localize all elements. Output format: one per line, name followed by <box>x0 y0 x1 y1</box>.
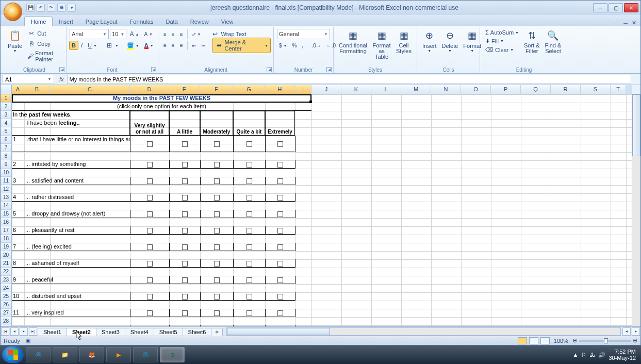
checkbox-q10-c2[interactable] <box>169 292 200 301</box>
checkbox-q12-c2[interactable] <box>169 325 200 326</box>
zoom-slider[interactable] <box>579 340 631 342</box>
increase-decimal-button[interactable]: .0→ <box>309 42 323 49</box>
ribbon-tab-formulas[interactable]: Formulas <box>124 17 160 26</box>
checkbox-q4-c3[interactable] <box>200 193 233 202</box>
help-icon[interactable]: ❔ <box>612 20 619 26</box>
checkbox-q9-c2[interactable] <box>169 276 200 284</box>
checkbox-q5-c4[interactable] <box>233 210 265 218</box>
checkbox-q6-c4[interactable] <box>233 226 265 235</box>
font-expand-icon[interactable]: ◢ <box>151 67 156 72</box>
taskbar-media[interactable]: ▶ <box>106 347 131 362</box>
checkbox-q9-c5[interactable] <box>265 276 295 284</box>
qat-save-icon[interactable]: 💾 <box>26 4 35 12</box>
checkbox-q3-c2[interactable] <box>169 177 200 185</box>
col-header-R[interactable]: R <box>551 85 581 94</box>
row-header-27[interactable]: 27 <box>1 309 12 317</box>
row-header-6[interactable]: 6 <box>1 136 12 144</box>
row-header-14[interactable]: 14 <box>1 202 12 210</box>
taskbar-firefox[interactable]: 🦊 <box>79 347 104 362</box>
align-bottom-button[interactable]: ≡ <box>178 30 185 38</box>
sheet-tab-sheet1[interactable]: Sheet1 <box>38 328 67 336</box>
checkbox-q7-c4[interactable] <box>233 243 265 251</box>
col-header-P[interactable]: P <box>491 85 521 94</box>
name-box[interactable]: A1▼ <box>3 75 54 84</box>
col-header-O[interactable]: O <box>461 85 491 94</box>
sheet-nav-last[interactable]: ▸| <box>29 327 37 336</box>
orientation-button[interactable]: ⤢▼ <box>190 30 203 38</box>
checkbox-q8-c2[interactable] <box>169 259 200 268</box>
taskbar-explorer[interactable]: 📁 <box>53 347 77 362</box>
checkbox-q11-c4[interactable] <box>233 309 265 317</box>
ribbon-tab-page-layout[interactable]: Page Layout <box>79 17 124 26</box>
sheet-nav-next[interactable]: ▸ <box>20 327 28 336</box>
row-header-28[interactable]: 28 <box>1 317 12 325</box>
row-header-21[interactable]: 21 <box>1 259 12 268</box>
cell-styles-button[interactable]: ▦Cell Styles <box>394 28 414 55</box>
row-header-5[interactable]: 5 <box>1 127 12 136</box>
checkbox-q1-c1[interactable] <box>130 136 169 152</box>
checkbox-q3-c5[interactable] <box>265 177 295 185</box>
checkbox-q7-c5[interactable] <box>265 243 295 251</box>
delete-cells-button[interactable]: ⊖Delete▼ <box>440 28 461 54</box>
sheet-nav-first[interactable]: |◂ <box>1 327 9 336</box>
find-select-button[interactable]: 🔍Find & Select <box>543 28 564 55</box>
row-header-4[interactable]: 4 <box>1 119 12 127</box>
decrease-indent-button[interactable]: ⇤ <box>190 42 198 49</box>
sheet-nav-prev[interactable]: ◂ <box>10 327 19 336</box>
checkbox-q7-c3[interactable] <box>200 243 233 251</box>
page-layout-view-button[interactable] <box>529 337 538 344</box>
zoom-in-button[interactable]: ⊕ <box>633 337 637 344</box>
qat-undo-icon[interactable]: ↶ <box>37 4 45 12</box>
minimize-ribbon-icon[interactable]: ─ <box>623 20 628 26</box>
ribbon-tab-view[interactable]: View <box>215 17 240 26</box>
paste-button[interactable]: 📋 Paste▼ <box>6 28 24 54</box>
italic-button[interactable]: I <box>79 41 85 49</box>
font-name-combo[interactable]: Arial▼ <box>70 29 109 39</box>
col-header-I[interactable]: I <box>295 85 311 94</box>
row-header-10[interactable]: 10 <box>1 169 12 177</box>
checkbox-q12-c3[interactable] <box>200 325 233 326</box>
checkbox-q6-c5[interactable] <box>265 226 295 235</box>
checkbox-q1-c5[interactable] <box>265 136 295 152</box>
row-header-15[interactable]: 15 <box>1 210 12 218</box>
checkbox-q2-c4[interactable] <box>233 160 265 169</box>
row-header-7[interactable]: 7 <box>1 144 12 152</box>
checkbox-q3-c1[interactable] <box>130 177 169 185</box>
checkbox-q6-c2[interactable] <box>169 226 200 235</box>
checkbox-q3-c3[interactable] <box>200 177 233 185</box>
checkbox-q2-c2[interactable] <box>169 160 200 169</box>
wrap-text-button[interactable]: ↩Wrap Text <box>209 29 248 39</box>
format-as-table-button[interactable]: ▦Format as Table <box>370 28 393 61</box>
checkbox-q9-c4[interactable] <box>233 276 265 284</box>
row-header-2[interactable]: 2 <box>1 103 12 111</box>
checkbox-q10-c1[interactable] <box>130 292 169 301</box>
tray-volume-icon[interactable]: 🔊 <box>598 352 605 358</box>
align-left-button[interactable]: ≡ <box>161 42 169 49</box>
checkbox-q5-c3[interactable] <box>200 210 233 218</box>
col-header-L[interactable]: L <box>371 85 401 94</box>
shrink-font-button[interactable]: A▼ <box>142 30 155 38</box>
autosum-button[interactable]: ΣAutoSum▼ <box>483 28 521 37</box>
col-header-B[interactable]: B <box>24 85 50 94</box>
col-header-M[interactable]: M <box>401 85 431 94</box>
hscroll-left[interactable]: ◂ <box>622 327 631 336</box>
checkbox-q2-c5[interactable] <box>265 160 295 169</box>
checkbox-q1-c3[interactable] <box>200 136 233 152</box>
ribbon-tab-home[interactable]: Home <box>24 16 53 26</box>
checkbox-q5-c1[interactable] <box>130 210 169 218</box>
macro-record-icon[interactable]: ▣ <box>25 337 30 344</box>
checkbox-q11-c3[interactable] <box>200 309 233 317</box>
tray-network-icon[interactable]: 🖧 <box>589 352 595 358</box>
checkbox-q12-c4[interactable] <box>233 325 265 326</box>
row-header-1[interactable]: 1 <box>1 94 12 103</box>
checkbox-q5-c2[interactable] <box>169 210 200 218</box>
sheet-tab-sheet5[interactable]: Sheet5 <box>154 328 183 336</box>
align-center-button[interactable]: ≡ <box>170 42 177 49</box>
office-button[interactable] <box>4 3 22 21</box>
checkbox-q8-c3[interactable] <box>200 259 233 268</box>
checkbox-q5-c5[interactable] <box>265 210 295 218</box>
qat-more-icon[interactable]: ▾ <box>68 4 76 12</box>
start-button[interactable] <box>2 346 24 363</box>
checkbox-q10-c4[interactable] <box>233 292 265 301</box>
checkbox-q11-c5[interactable] <box>265 309 295 317</box>
